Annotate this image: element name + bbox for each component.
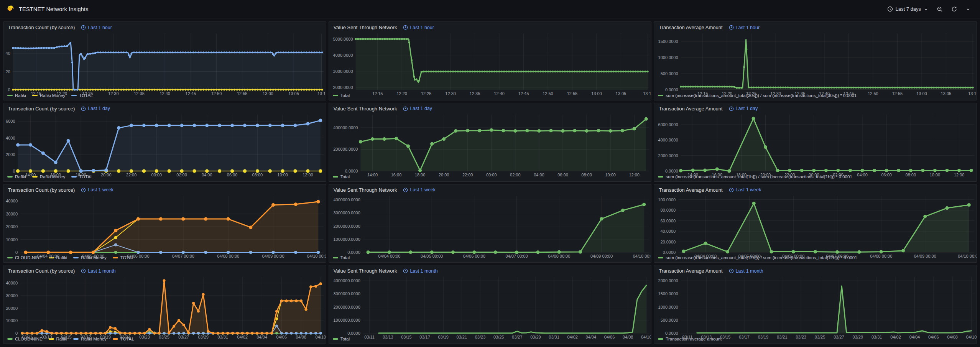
panel-range-link[interactable]: Last 1 week <box>81 187 113 192</box>
panel-range-link[interactable]: Last 1 day <box>403 106 432 111</box>
svg-text:12:30: 12:30 <box>108 91 119 96</box>
svg-text:0.0000: 0.0000 <box>347 331 360 335</box>
panel-range-link[interactable]: Last 1 week <box>403 187 436 192</box>
panel-range-link[interactable]: Last 1 month <box>403 268 437 274</box>
panel-range-link[interactable]: Last 1 hour <box>729 25 760 30</box>
panel-range-link[interactable]: Last 1 month <box>81 268 115 274</box>
panel-range-link[interactable]: Last 1 day <box>81 106 110 111</box>
svg-text:0.0000: 0.0000 <box>345 169 358 173</box>
chart-transaction-count-1h[interactable]: 12:1512:2012:2512:3012:3512:4012:4512:50… <box>3 31 326 93</box>
svg-text:40000: 40000 <box>6 281 18 286</box>
svg-text:04/10: 04/10 <box>316 335 326 339</box>
svg-text:14:00: 14:00 <box>25 173 36 177</box>
svg-text:40: 40 <box>6 51 10 56</box>
panel-transaction-count-1d: Transaction Count (by source) Last 1 day… <box>3 103 326 182</box>
svg-text:04/09 00:00: 04/09 00:00 <box>914 254 936 258</box>
chart-value-sent-1m[interactable]: 03/1103/1303/1503/1703/1903/2103/2303/25… <box>329 274 651 336</box>
refresh-button[interactable] <box>948 4 961 15</box>
clock-icon <box>81 106 86 111</box>
svg-text:04/10 00:00: 04/10 00:00 <box>307 254 326 258</box>
svg-text:12:25: 12:25 <box>746 91 757 96</box>
panel-title[interactable]: Value Sent Through Network <box>334 25 397 30</box>
svg-text:03/31: 03/31 <box>217 335 228 339</box>
refresh-interval-dropdown[interactable] <box>962 5 974 14</box>
panel-title[interactable]: Value Sent Through Network <box>334 268 397 274</box>
svg-text:2000000.0000: 2000000.0000 <box>333 224 360 228</box>
svg-text:1000.0000: 1000.0000 <box>658 55 678 60</box>
panel-title[interactable]: Value Sent Through Network <box>334 106 397 112</box>
svg-text:14:00: 14:00 <box>688 173 699 177</box>
chart-value-sent-1h[interactable]: 12:1512:2012:2512:3012:3512:4012:4512:50… <box>329 31 651 93</box>
panel-title[interactable]: Transaction Average Amount <box>659 106 722 112</box>
svg-text:0.0000: 0.0000 <box>663 250 676 255</box>
svg-text:03/11: 03/11 <box>682 335 693 339</box>
panel-title[interactable]: Transaction Count (by source) <box>8 187 75 193</box>
svg-text:20.0000: 20.0000 <box>661 239 676 244</box>
panel-title[interactable]: Transaction Count (by source) <box>8 268 75 274</box>
chart-avg-amount-1w[interactable]: 04/04 00:0004/05 00:0004/06 00:0004/07 0… <box>654 193 977 255</box>
panel-range-link[interactable]: Last 1 hour <box>81 25 112 30</box>
svg-text:00:00: 00:00 <box>809 173 819 177</box>
chart-avg-amount-1d[interactable]: 14:0016:0018:0020:0022:0000:0002:0004:00… <box>654 112 977 174</box>
svg-text:03/11: 03/11 <box>364 335 375 339</box>
svg-text:04/05 00:00: 04/05 00:00 <box>82 254 104 258</box>
svg-text:13:05: 13:05 <box>615 91 626 96</box>
svg-text:03/15: 03/15 <box>401 335 412 339</box>
svg-text:12:50: 12:50 <box>543 91 553 96</box>
toolbar-controls: Last 7 days <box>884 4 974 15</box>
svg-text:1000000.0000: 1000000.0000 <box>333 237 360 241</box>
svg-text:18:00: 18:00 <box>736 173 747 177</box>
svg-text:12:35: 12:35 <box>469 91 480 96</box>
svg-text:1500.0000: 1500.0000 <box>658 292 678 296</box>
zoom-out-button[interactable] <box>933 4 946 15</box>
panel-title[interactable]: Transaction Average Amount <box>659 25 722 30</box>
panel-range-link[interactable]: Last 1 hour <box>403 25 434 30</box>
panel-avg-amount-1h: Transaction Average Amount Last 1 hour 1… <box>654 21 977 100</box>
chart-value-sent-1d[interactable]: 14:0016:0018:0020:0022:0000:0002:0004:00… <box>329 112 651 174</box>
chart-avg-amount-1h[interactable]: 12:1512:2012:2512:3012:3512:4012:4512:50… <box>654 31 977 93</box>
chart-value-sent-1w[interactable]: 04/04 00:0004/05 00:0004/06 00:0004/07 0… <box>329 193 651 255</box>
grafana-logo-icon[interactable] <box>6 5 15 13</box>
svg-text:02:00: 02:00 <box>833 173 844 177</box>
panel-range-link[interactable]: Last 1 month <box>729 268 763 274</box>
svg-text:13:1: 13:1 <box>317 91 326 96</box>
svg-text:500.0000: 500.0000 <box>661 71 678 76</box>
svg-text:14:00: 14:00 <box>367 173 378 177</box>
chart-transaction-count-1m[interactable]: 03/1103/1303/1503/1703/1903/2103/2303/25… <box>3 274 326 336</box>
svg-text:0: 0 <box>13 169 15 173</box>
panel-title[interactable]: Transaction Average Amount <box>659 268 722 274</box>
chart-avg-amount-1m[interactable]: 03/1103/1303/1503/1703/1903/2103/2303/25… <box>654 274 977 336</box>
panel-range-link[interactable]: Last 1 week <box>729 187 761 192</box>
svg-text:04/10: 04/10 <box>641 335 651 339</box>
svg-text:2000000.0000: 2000000.0000 <box>333 305 360 309</box>
chart-transaction-count-1d[interactable]: 14:0016:0018:0020:0022:0000:0002:0004:00… <box>3 112 326 174</box>
panel-title[interactable]: Value Sent Through Network <box>334 187 397 193</box>
svg-text:02:00: 02:00 <box>176 173 187 177</box>
chevron-down-icon <box>966 7 970 12</box>
panel-title[interactable]: Transaction Count (by source) <box>8 106 75 112</box>
svg-text:03/23: 03/23 <box>475 335 485 339</box>
svg-text:13:00: 13:00 <box>591 91 602 96</box>
clock-icon <box>887 6 893 12</box>
svg-text:20000: 20000 <box>6 306 18 311</box>
svg-text:0.0000: 0.0000 <box>665 169 678 173</box>
svg-text:0.0000: 0.0000 <box>665 87 678 92</box>
panel-title[interactable]: Transaction Average Amount <box>659 187 722 193</box>
svg-text:22:00: 22:00 <box>462 173 473 177</box>
panel-range-link[interactable]: Last 1 day <box>729 106 758 111</box>
svg-text:04/07 00:00: 04/07 00:00 <box>826 254 848 258</box>
svg-text:12:15: 12:15 <box>31 91 41 96</box>
chart-transaction-count-1w[interactable]: 04/04 00:0004/05 00:0004/06 00:0004/07 0… <box>3 193 326 255</box>
panel-title[interactable]: Transaction Count (by source) <box>8 25 75 30</box>
time-range-picker[interactable]: Last 7 days <box>884 4 932 14</box>
svg-text:12:00: 12:00 <box>954 173 965 177</box>
svg-text:04/04 00:00: 04/04 00:00 <box>378 254 400 258</box>
zoom-out-icon <box>937 6 943 12</box>
svg-text:03/27: 03/27 <box>512 335 523 339</box>
panel-avg-amount-1w: Transaction Average Amount Last 1 week 0… <box>654 184 977 263</box>
clock-icon <box>729 187 734 192</box>
page-title: TESTNET Network Insights <box>19 6 89 12</box>
svg-text:16:00: 16:00 <box>391 173 401 177</box>
svg-text:03/13: 03/13 <box>383 335 393 339</box>
svg-text:0: 0 <box>8 87 10 92</box>
